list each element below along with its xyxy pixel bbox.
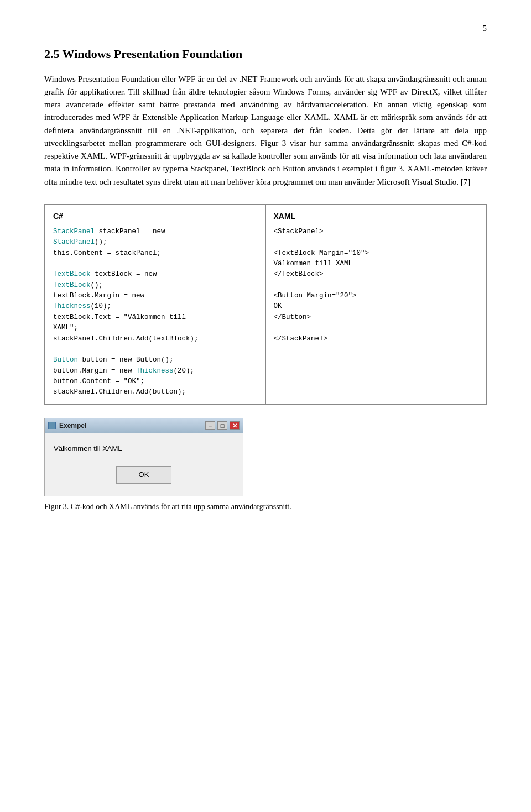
figure-caption: Figur 3. C#-kod och XAML används för att… [44, 501, 487, 512]
csharp-header: C# [53, 211, 258, 222]
xaml-cell: XAML <StackPanel> <TextBlock Margin="10"… [266, 205, 486, 404]
csharp-cell: C# StackPanel stackPanel = new StackPane… [45, 205, 266, 404]
section-heading: 2.5 Windows Presentation Foundation [44, 45, 487, 63]
wpf-content-area: Välkommen till XAML OK [45, 433, 243, 496]
wpf-window-icon [48, 422, 56, 429]
xaml-header: XAML [274, 211, 478, 222]
minimize-button[interactable]: – [205, 421, 215, 430]
body-text: Windows Presentation Foundation eller WP… [44, 73, 487, 188]
wpf-title-text: Exempel [59, 421, 86, 431]
wpf-titlebar: Exempel – □ ✕ [45, 418, 243, 433]
wpf-title-buttons: – □ ✕ [205, 421, 240, 430]
wpf-label: Välkommen till XAML [54, 443, 234, 454]
xaml-code: <StackPanel> <TextBlock Margin="10"> Väl… [274, 227, 478, 344]
figure-wrapper: Exempel – □ ✕ Välkommen till XAML OK Fig… [44, 418, 487, 512]
close-button[interactable]: ✕ [230, 421, 240, 430]
code-table: C# StackPanel stackPanel = new StackPane… [45, 205, 486, 404]
wpf-title-left: Exempel [48, 421, 86, 431]
maximize-button[interactable]: □ [217, 421, 227, 430]
wpf-ok-button[interactable]: OK [116, 466, 171, 484]
paragraph-1: Windows Presentation Foundation eller WP… [44, 73, 487, 188]
page-number: 5 [44, 22, 487, 35]
wpf-window-mock: Exempel – □ ✕ Välkommen till XAML OK [44, 418, 243, 496]
code-comparison-table: C# StackPanel stackPanel = new StackPane… [44, 204, 487, 405]
csharp-code: StackPanel stackPanel = new StackPanel()… [53, 227, 258, 398]
